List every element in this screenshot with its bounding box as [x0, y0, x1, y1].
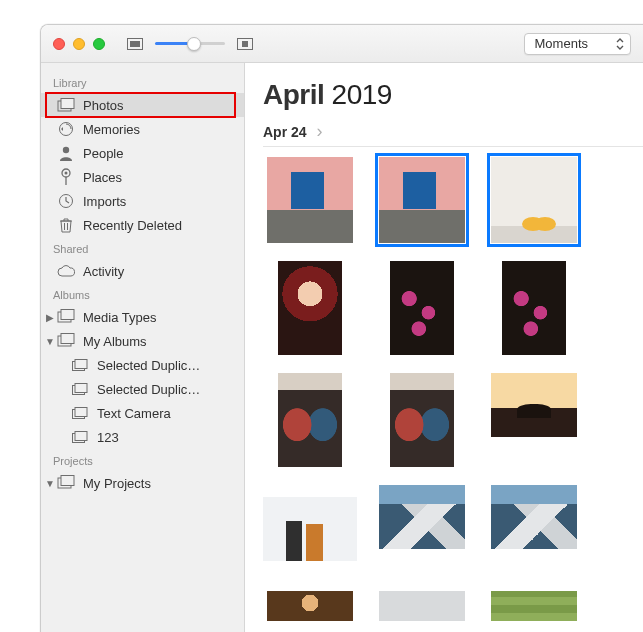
- sidebar-item-label: Recently Deleted: [83, 218, 182, 233]
- sidebar-item-label: Media Types: [83, 310, 156, 325]
- sidebar-item-label: 123: [97, 430, 119, 445]
- sidebar-album-selected-duplicates-1[interactable]: Selected Duplic…: [41, 353, 244, 377]
- svg-point-10: [65, 172, 68, 175]
- photo-thumbnail[interactable]: [278, 373, 342, 467]
- sidebar-album-text-camera[interactable]: Text Camera: [41, 401, 244, 425]
- zoom-slider[interactable]: [155, 42, 225, 45]
- photo-thumbnail[interactable]: [379, 157, 465, 243]
- cloud-icon: [57, 265, 75, 277]
- sidebar-item-recently-deleted[interactable]: Recently Deleted: [41, 213, 244, 237]
- sidebar-item-label: Text Camera: [97, 406, 171, 421]
- photo-thumbnail[interactable]: [491, 485, 577, 549]
- sidebar-item-my-albums[interactable]: ▼ My Albums: [41, 329, 244, 353]
- sidebar-item-photos[interactable]: Photos: [41, 93, 244, 117]
- photos-stack-icon: [57, 98, 75, 112]
- svg-point-8: [63, 147, 69, 153]
- minimize-window-button[interactable]: [73, 38, 85, 50]
- sidebar-item-label: Activity: [83, 264, 124, 279]
- sidebar-album-selected-duplicates-2[interactable]: Selected Duplic…: [41, 377, 244, 401]
- svg-rect-26: [75, 432, 87, 441]
- sidebar-item-people[interactable]: People: [41, 141, 244, 165]
- svg-rect-3: [242, 41, 248, 47]
- sidebar-item-label: Memories: [83, 122, 140, 137]
- chevron-right-icon: ›: [317, 121, 323, 142]
- sidebar-section-library: Library: [41, 71, 244, 93]
- sidebar-album-123[interactable]: 123: [41, 425, 244, 449]
- thumbnail-large-icon[interactable]: [237, 38, 253, 50]
- photo-thumbnail[interactable]: [502, 261, 566, 355]
- sidebar-item-label: Selected Duplic…: [97, 382, 200, 397]
- date-label: Apr 24: [263, 124, 307, 140]
- photo-thumbnail[interactable]: [267, 157, 353, 243]
- disclosure-triangle-closed-icon[interactable]: ▶: [45, 312, 55, 323]
- sidebar-item-label: People: [83, 146, 123, 161]
- photos-app-window: Moments Library Photos Memories People: [40, 24, 643, 632]
- photo-thumbnail[interactable]: [278, 261, 342, 355]
- album-icon: [57, 309, 75, 326]
- close-window-button[interactable]: [53, 38, 65, 50]
- disclosure-triangle-open-icon[interactable]: ▼: [45, 478, 55, 489]
- svg-rect-18: [61, 333, 74, 343]
- divider: [263, 146, 643, 147]
- date-header[interactable]: Apr 24 ›: [263, 121, 643, 142]
- svg-rect-5: [61, 99, 74, 109]
- photo-grid: ♡: [263, 157, 643, 621]
- sidebar-item-memories[interactable]: Memories: [41, 117, 244, 141]
- album-icon: [71, 359, 89, 371]
- sidebar-item-my-projects[interactable]: ▼ My Projects: [41, 471, 244, 495]
- sidebar-item-label: Photos: [83, 98, 123, 113]
- sidebar-item-activity[interactable]: Activity: [41, 259, 244, 283]
- svg-rect-28: [61, 475, 74, 485]
- memories-icon: [57, 121, 75, 137]
- pin-icon: [57, 168, 75, 186]
- sidebar-item-media-types[interactable]: ▶ Media Types: [41, 305, 244, 329]
- page-title: April 2019: [263, 79, 643, 111]
- svg-rect-1: [130, 41, 140, 47]
- sidebar-item-label: Places: [83, 170, 122, 185]
- photo-thumbnail[interactable]: [390, 261, 454, 355]
- trash-icon: [57, 217, 75, 233]
- svg-rect-24: [75, 408, 87, 417]
- album-icon: [71, 431, 89, 443]
- sidebar-item-imports[interactable]: Imports: [41, 189, 244, 213]
- sidebar-item-label: Imports: [83, 194, 126, 209]
- window-body: Library Photos Memories People Places Im…: [41, 63, 643, 632]
- dropdown-chevrons-icon: [616, 38, 624, 50]
- title-month: April: [263, 79, 324, 110]
- photo-thumbnail[interactable]: [263, 497, 357, 561]
- photo-thumbnail[interactable]: [390, 373, 454, 467]
- photo-thumbnail[interactable]: [379, 591, 465, 621]
- window-controls: [53, 38, 105, 50]
- photo-thumbnail[interactable]: [491, 157, 577, 243]
- album-icon: [71, 383, 89, 395]
- disclosure-triangle-open-icon[interactable]: ▼: [45, 336, 55, 347]
- sidebar-item-label: Selected Duplic…: [97, 358, 200, 373]
- sidebar-section-albums: Albums: [41, 283, 244, 305]
- sidebar-section-shared: Shared: [41, 237, 244, 259]
- clock-icon: [57, 193, 75, 209]
- sidebar-item-places[interactable]: Places: [41, 165, 244, 189]
- sidebar-section-projects: Projects: [41, 449, 244, 471]
- photo-thumbnail[interactable]: [491, 591, 577, 621]
- sidebar-item-label: My Projects: [83, 476, 151, 491]
- titlebar: Moments: [41, 25, 643, 63]
- zoom-slider-knob[interactable]: [187, 37, 201, 51]
- person-icon: [57, 145, 75, 161]
- album-icon: [57, 475, 75, 492]
- thumbnail-small-icon[interactable]: [127, 38, 143, 50]
- photo-thumbnail[interactable]: [267, 591, 353, 621]
- svg-rect-22: [75, 384, 87, 393]
- sidebar-item-label: My Albums: [83, 334, 147, 349]
- view-mode-dropdown[interactable]: Moments: [524, 33, 631, 55]
- zoom-window-button[interactable]: [93, 38, 105, 50]
- title-year: 2019: [332, 79, 392, 110]
- view-mode-label: Moments: [535, 36, 588, 51]
- photo-thumbnail[interactable]: [379, 485, 465, 549]
- svg-marker-7: [61, 127, 63, 131]
- main-content: April 2019 Apr 24 › ♡: [245, 63, 643, 632]
- svg-rect-20: [75, 360, 87, 369]
- photo-thumbnail[interactable]: [491, 373, 577, 437]
- svg-rect-16: [61, 309, 74, 319]
- album-icon: [57, 333, 75, 350]
- album-icon: [71, 407, 89, 419]
